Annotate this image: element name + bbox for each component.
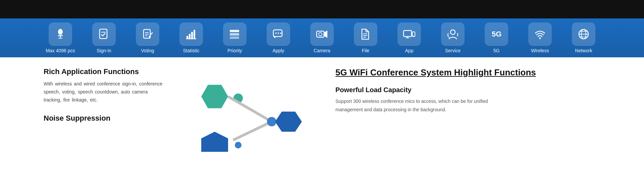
icon-item-camera[interactable]: Camera — [302, 22, 342, 53]
icon-label-app: App — [405, 48, 414, 53]
svg-line-44 — [233, 122, 272, 140]
svg-rect-16 — [230, 33, 239, 36]
svg-rect-3 — [58, 38, 62, 39]
icon-item-apply[interactable]: Apply — [258, 22, 299, 53]
right-section: 5G WiFi Conference System Highlight Func… — [315, 67, 644, 172]
noise-title: Noise Suppression — [44, 114, 164, 123]
svg-rect-28 — [404, 30, 412, 37]
icon-box-max4096 — [49, 22, 72, 46]
icon-box-signin — [92, 22, 116, 46]
svg-rect-11 — [189, 34, 191, 39]
svg-rect-1 — [58, 35, 63, 36]
icon-box-file — [354, 22, 377, 46]
right-sub-title: Powerful Load Capacity — [335, 86, 610, 94]
left-title: Rich Application Functions — [44, 67, 164, 76]
svg-rect-10 — [186, 36, 188, 39]
svg-rect-15 — [230, 30, 239, 32]
icon-item-statistic[interactable]: Statistic — [171, 22, 211, 53]
icon-box-voting — [136, 22, 159, 46]
icon-item-max4096[interactable]: Max 4096 pcs — [40, 22, 80, 53]
icon-item-voting[interactable]: Voting — [127, 22, 168, 53]
svg-point-33 — [450, 30, 455, 35]
top-black-bar — [0, 0, 644, 18]
icon-box-priority — [223, 22, 247, 46]
content-area: Rich Application Functions With wireless… — [0, 57, 644, 172]
svg-line-43 — [228, 97, 272, 122]
svg-point-24 — [319, 33, 322, 36]
icon-label-camera: Camera — [314, 48, 330, 53]
icon-box-statistic — [179, 22, 203, 46]
icon-bar: Max 4096 pcs Sign-in Voting — [0, 18, 644, 57]
svg-marker-47 — [201, 132, 228, 152]
svg-point-20 — [278, 33, 279, 34]
icon-box-network — [572, 22, 595, 46]
svg-point-45 — [267, 117, 276, 126]
icon-box-apply — [267, 22, 290, 46]
icon-label-priority: Priority — [227, 48, 242, 53]
svg-rect-4 — [100, 29, 107, 39]
icon-item-app[interactable]: App — [389, 22, 429, 53]
icon-label-5g: 5G — [493, 48, 500, 53]
middle-diagram — [174, 67, 315, 172]
svg-text:5G: 5G — [492, 30, 501, 38]
icon-item-network[interactable]: Network — [564, 22, 604, 53]
icon-item-file[interactable]: File — [345, 22, 386, 53]
svg-point-0 — [58, 29, 63, 35]
svg-marker-23 — [324, 30, 327, 38]
icon-item-wireless[interactable]: Wireless — [520, 22, 560, 53]
icon-label-network: Network — [575, 48, 592, 53]
svg-point-48 — [235, 142, 241, 148]
icon-box-5g: 5G — [485, 22, 508, 46]
svg-marker-41 — [201, 85, 228, 108]
icon-box-service — [441, 22, 465, 46]
svg-rect-22 — [317, 31, 324, 37]
icon-box-wireless — [528, 22, 552, 46]
icon-label-file: File — [362, 48, 370, 53]
svg-point-19 — [275, 33, 277, 34]
icon-label-wireless: Wireless — [531, 48, 549, 53]
icon-label-signin: Sign-in — [97, 48, 111, 53]
right-text: Support 300 wireless conference mics to … — [335, 97, 503, 114]
svg-point-32 — [413, 36, 414, 36]
svg-point-35 — [539, 38, 541, 39]
icon-item-5g[interactable]: 5G 5G — [476, 22, 517, 53]
svg-rect-13 — [194, 30, 195, 39]
icon-label-apply: Apply — [272, 48, 284, 53]
icon-box-camera — [310, 22, 334, 46]
svg-rect-12 — [191, 32, 193, 39]
svg-marker-46 — [275, 112, 302, 132]
icon-item-service[interactable]: Service — [433, 22, 473, 53]
icon-label-service: Service — [445, 48, 461, 53]
icon-item-priority[interactable]: Priority — [215, 22, 255, 53]
svg-rect-17 — [230, 37, 239, 39]
icon-label-max4096: Max 4096 pcs — [46, 48, 75, 53]
svg-rect-2 — [60, 36, 61, 38]
icon-box-app — [397, 22, 421, 46]
icon-label-voting: Voting — [141, 48, 154, 53]
right-main-title: 5G WiFi Conference System Highlight Func… — [335, 67, 610, 78]
left-text: With wireless and wired conference sign-… — [44, 80, 164, 104]
svg-point-21 — [280, 33, 281, 34]
icon-item-signin[interactable]: Sign-in — [84, 22, 124, 53]
icon-label-statistic: Statistic — [183, 48, 199, 53]
left-section: Rich Application Functions With wireless… — [0, 67, 174, 172]
diagram-svg — [181, 78, 309, 162]
